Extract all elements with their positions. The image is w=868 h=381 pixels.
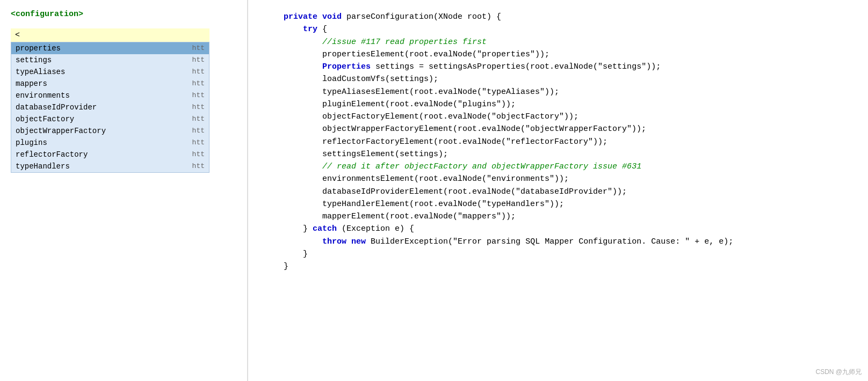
autocomplete-box: < propertieshttsettingshtttypeAliaseshtt… bbox=[11, 28, 247, 173]
dropdown-item[interactable]: propertieshtt bbox=[11, 42, 209, 54]
dropdown-item[interactable]: objectFactoryhtt bbox=[11, 113, 209, 125]
watermark: CSDN @九师兄 bbox=[815, 368, 862, 377]
code-block: private void parseConfiguration(XNode ro… bbox=[264, 11, 857, 273]
input-line[interactable]: < bbox=[11, 28, 209, 42]
dropdown-item[interactable]: pluginshtt bbox=[11, 137, 209, 149]
dropdown-item[interactable]: typeAliaseshtt bbox=[11, 66, 209, 78]
dropdown-item[interactable]: typeHandlershtt bbox=[11, 160, 209, 172]
dropdown-item[interactable]: settingshtt bbox=[11, 54, 209, 66]
autocomplete-dropdown: propertieshttsettingshtttypeAliaseshttma… bbox=[11, 42, 209, 173]
dropdown-item[interactable]: objectWrapperFactoryhtt bbox=[11, 125, 209, 137]
dropdown-item[interactable]: mappershtt bbox=[11, 78, 209, 90]
left-panel: <configuration> < propertieshttsettingsh… bbox=[0, 0, 247, 381]
dropdown-item[interactable]: databaseIdProviderhtt bbox=[11, 101, 209, 113]
config-tag: <configuration> bbox=[11, 10, 247, 19]
dropdown-item[interactable]: reflectorFactoryhtt bbox=[11, 149, 209, 160]
dropdown-item[interactable]: environmentshtt bbox=[11, 90, 209, 101]
code-panel: private void parseConfiguration(XNode ro… bbox=[247, 0, 868, 381]
